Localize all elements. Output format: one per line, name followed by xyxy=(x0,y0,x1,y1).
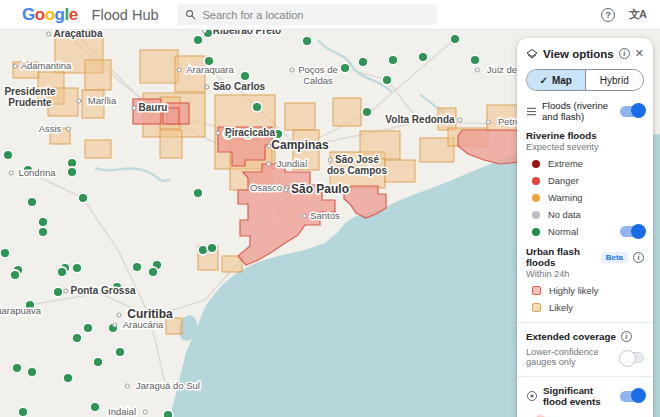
city-label: Osasco xyxy=(250,182,282,193)
map-type-map-button[interactable]: ✓ Map xyxy=(527,70,585,90)
divider xyxy=(517,322,653,323)
city-dot xyxy=(267,162,271,166)
extreme-dot-icon xyxy=(532,160,540,168)
city-dot xyxy=(64,289,68,293)
logo-letter: e xyxy=(69,5,78,24)
google-logo[interactable]: Google xyxy=(22,5,78,25)
gauge-marker-normal[interactable] xyxy=(193,188,203,198)
gauge-marker-normal[interactable] xyxy=(362,107,372,117)
gauge-marker-normal[interactable] xyxy=(3,150,13,160)
city-dot xyxy=(132,106,136,110)
city-dot xyxy=(284,188,288,192)
gauge-marker-normal[interactable] xyxy=(72,333,82,343)
gauge-marker-normal[interactable] xyxy=(27,197,37,207)
gauge-marker-normal[interactable] xyxy=(57,267,67,277)
city-label: Ponta Grossa xyxy=(70,285,135,296)
gauge-marker-normal[interactable] xyxy=(388,55,398,65)
legend-item-danger: Danger xyxy=(526,175,644,186)
translate-icon[interactable]: 文A xyxy=(629,7,646,22)
city-dot xyxy=(13,64,17,68)
gauge-marker-normal[interactable] xyxy=(72,263,82,273)
gauge-marker-normal[interactable] xyxy=(53,287,63,297)
gauge-marker-normal[interactable] xyxy=(382,75,392,85)
list-icon xyxy=(526,107,537,116)
city-label: Araucária xyxy=(123,319,164,330)
gauge-marker-normal[interactable] xyxy=(193,35,203,45)
gauge-marker-normal[interactable] xyxy=(358,57,368,67)
legend-item-warning: Warning xyxy=(526,192,644,203)
legend-item-extreme: Extreme xyxy=(526,158,644,169)
city-dot xyxy=(143,410,147,414)
logo-letter: o xyxy=(35,5,45,24)
city-label: Campinas xyxy=(271,138,329,152)
city-dot xyxy=(77,99,81,103)
warning-dot-icon xyxy=(532,194,540,202)
flood-area-likely xyxy=(85,60,111,90)
beta-badge: Beta xyxy=(601,252,628,263)
significant-events-toggle[interactable] xyxy=(620,391,644,402)
urban-flash-floods-title: Urban flash floods xyxy=(526,246,596,268)
search-input[interactable]: Search for a location xyxy=(177,4,437,25)
map-type-hybrid-button[interactable]: Hybrid xyxy=(585,70,644,90)
gauge-marker-normal[interactable] xyxy=(207,243,217,253)
flood-area-likely xyxy=(285,103,315,130)
gauge-marker-normal[interactable] xyxy=(78,193,88,203)
riverine-gauges-toggle[interactable] xyxy=(620,226,644,237)
info-icon[interactable]: i xyxy=(619,48,630,59)
gauge-marker-normal[interactable] xyxy=(252,102,262,112)
gauge-marker-normal[interactable] xyxy=(12,363,22,373)
help-icon[interactable]: ? xyxy=(601,8,615,22)
normal-dot-icon xyxy=(532,228,540,236)
gauge-marker-normal[interactable] xyxy=(63,373,73,383)
gauge-marker-normal[interactable] xyxy=(450,34,460,44)
city-dot xyxy=(302,214,306,218)
gauge-marker-normal[interactable] xyxy=(340,63,350,73)
gauge-marker-normal[interactable] xyxy=(90,402,100,412)
legend-item-highly-likely: Highly likely xyxy=(526,285,644,296)
gauge-marker-normal[interactable] xyxy=(38,227,48,237)
gauge-marker-normal[interactable] xyxy=(18,407,28,417)
city-label: Jundiaí xyxy=(277,158,308,169)
gauge-marker-normal[interactable] xyxy=(115,347,125,357)
divider xyxy=(517,376,653,377)
city-label: São José xyxy=(335,154,379,165)
city-dot xyxy=(117,313,121,317)
highly-likely-square-icon xyxy=(532,286,541,295)
flood-hub-app: AraçatubaRibeirão PretoAdamantinaPreside… xyxy=(0,0,660,417)
panel-title: View options xyxy=(543,48,614,60)
gauge-marker-normal[interactable] xyxy=(27,367,37,377)
city-label: Bauru xyxy=(139,102,168,113)
city-label: Jaraguá do Sul xyxy=(136,380,200,391)
gauge-marker-normal[interactable] xyxy=(418,52,428,62)
flood-area-likely xyxy=(333,98,361,126)
extended-info-icon[interactable]: i xyxy=(621,331,632,342)
gauge-marker-normal[interactable] xyxy=(240,71,250,81)
flood-area-likely xyxy=(85,140,111,158)
city-label: Assis xyxy=(39,123,62,134)
gauge-marker-normal[interactable] xyxy=(83,323,93,333)
city-label: Presidente xyxy=(4,86,56,97)
gauge-marker-normal[interactable] xyxy=(0,248,10,258)
gauge-marker-normal[interactable] xyxy=(93,357,103,367)
extended-coverage-toggle[interactable] xyxy=(620,352,644,363)
logo-letter: g xyxy=(55,5,65,24)
riverine-floods-title: Riverine floods xyxy=(526,130,644,141)
city-dot xyxy=(113,323,117,327)
gauge-marker-normal[interactable] xyxy=(67,167,77,177)
gauge-marker-normal[interactable] xyxy=(10,270,20,280)
urban-info-icon[interactable]: i xyxy=(633,252,644,263)
logo-letter: G xyxy=(22,5,35,24)
gauge-marker-normal[interactable] xyxy=(38,217,48,227)
check-icon: ✓ xyxy=(540,75,548,86)
gauge-marker-normal[interactable] xyxy=(470,55,480,65)
gauge-marker-normal[interactable] xyxy=(302,36,312,46)
floods-layer-toggle[interactable] xyxy=(620,106,644,117)
gauge-marker-normal[interactable] xyxy=(148,267,158,277)
close-icon[interactable]: ✕ xyxy=(635,47,644,60)
flood-area-likely xyxy=(222,256,242,272)
gauge-marker-normal[interactable] xyxy=(163,410,173,417)
city-dot xyxy=(267,144,271,148)
target-icon xyxy=(526,390,538,402)
flood-area-likely xyxy=(385,160,415,182)
gauge-marker-normal[interactable] xyxy=(132,262,142,272)
